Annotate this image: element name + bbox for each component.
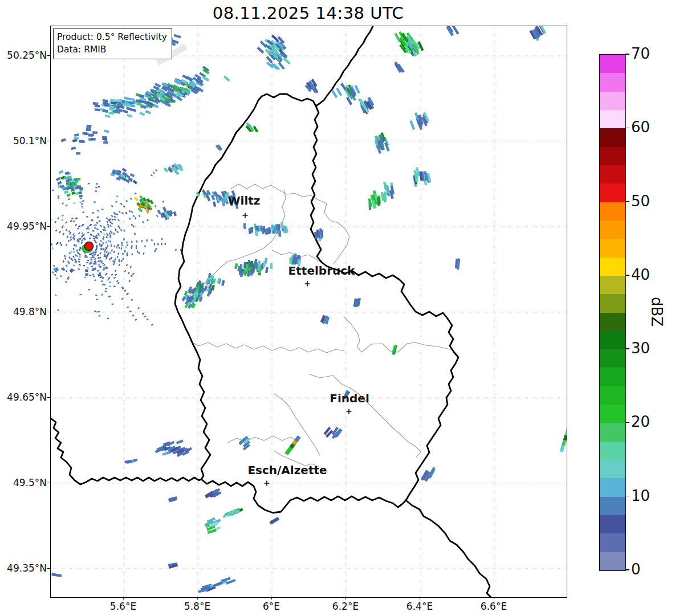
lon-tick-mark — [345, 597, 346, 599]
colorbar-segment — [600, 202, 625, 221]
colorbar-segment — [600, 54, 625, 73]
colorbar-segment — [600, 294, 625, 313]
colorbar-segment — [600, 183, 625, 202]
lon-tick-mark — [271, 597, 272, 599]
radar-map-canvas: WiltzEttelbruckFindelEsch/Alzette — [51, 26, 567, 597]
lon-tick-mark — [420, 597, 420, 599]
lat-tick-mark — [47, 226, 50, 227]
colorbar-segment — [600, 257, 625, 276]
lat-tick-mark — [47, 141, 50, 141]
lon-tick-label: 6.2°E — [332, 601, 359, 612]
data-source-label: Data: RMIB — [57, 43, 167, 56]
page-title: 08.11.2025 14:38 UTC — [50, 3, 566, 23]
colorbar-segment — [600, 423, 625, 442]
colorbar-segment — [600, 128, 625, 147]
colorbar-tick-label: 50 — [631, 193, 650, 210]
colorbar-segment — [600, 165, 625, 183]
lat-tick-label: 49.95°N — [0, 221, 47, 232]
city-marker-icon — [243, 213, 248, 218]
city-marker-icon — [265, 481, 270, 486]
lat-tick-mark — [47, 55, 50, 56]
lon-tick-label: 5.8°E — [184, 601, 210, 612]
colorbar-segment — [600, 275, 625, 294]
district-borders — [183, 184, 457, 467]
radar-app-window: 08.11.2025 14:38 UTC WiltzEttelbruckFind… — [0, 0, 675, 616]
colorbar-tick-mark — [625, 54, 629, 55]
colorbar-tick-label: 40 — [631, 266, 650, 283]
colorbar-tick-label: 30 — [631, 340, 650, 357]
city-marker-icon — [305, 282, 310, 287]
city-marker-icon — [347, 409, 352, 414]
colorbar — [599, 54, 626, 571]
colorbar-segment — [600, 91, 625, 110]
radar-echoes — [51, 26, 567, 593]
colorbar-tick-mark — [625, 128, 629, 129]
lon-tick-label: 6°E — [263, 601, 280, 612]
lat-tick-label: 49.8°N — [0, 306, 47, 317]
colorbar-segment — [600, 220, 625, 239]
colorbar-label: dBZ — [648, 297, 665, 327]
lat-tick-label: 50.1°N — [0, 135, 47, 146]
colorbar-tick-label: 20 — [631, 413, 650, 430]
lon-tick-mark — [123, 597, 124, 599]
colorbar-tick-label: 70 — [631, 45, 650, 62]
colorbar-tick-mark — [625, 422, 629, 423]
radar-map: WiltzEttelbruckFindelEsch/Alzette Produc… — [50, 26, 567, 598]
colorbar-segment — [600, 386, 625, 405]
colorbar-segment — [600, 405, 625, 423]
colorbar-segment — [600, 368, 625, 386]
colorbar-segment — [600, 349, 625, 368]
lat-tick-mark — [47, 483, 50, 483]
colorbar-tick-label: 0 — [631, 561, 641, 578]
gridlines — [51, 26, 567, 597]
colorbar-tick-mark — [625, 496, 629, 497]
city-label: Ettelbruck — [288, 264, 355, 278]
colorbar-segment — [600, 331, 625, 349]
lat-tick-mark — [47, 568, 50, 569]
lat-tick-mark — [47, 397, 50, 398]
colorbar-segment — [600, 239, 625, 258]
colorbar-segment — [600, 496, 625, 515]
lon-tick-mark — [494, 597, 494, 599]
lon-tick-label: 6.6°E — [481, 601, 507, 612]
colorbar-tick-mark — [625, 275, 629, 276]
product-label: Product: 0.5° Reflectivity — [57, 31, 167, 43]
colorbar-segment — [600, 441, 625, 460]
city-label: Findel — [330, 391, 369, 405]
lat-tick-label: 50.25°N — [0, 50, 47, 61]
colorbar-segment — [600, 109, 625, 128]
colorbar-segment — [600, 533, 625, 552]
product-info-box: Product: 0.5° Reflectivity Data: RMIB — [53, 28, 172, 59]
colorbar-segment — [600, 459, 625, 478]
colorbar-segment — [600, 552, 625, 570]
lat-tick-label: 49.5°N — [0, 477, 47, 488]
colorbar-segment — [600, 515, 625, 533]
colorbar-tick-label: 10 — [631, 487, 650, 504]
colorbar-segment — [600, 312, 625, 331]
lat-tick-label: 49.35°N — [0, 562, 47, 574]
lon-tick-label: 6.4°E — [406, 601, 433, 612]
colorbar-segment — [600, 146, 625, 165]
colorbar-tick-label: 60 — [631, 119, 650, 136]
colorbar-segment — [600, 73, 625, 92]
lat-tick-mark — [47, 312, 50, 312]
colorbar-segment — [600, 478, 625, 497]
city-label: Wiltz — [228, 194, 261, 207]
city-label: Esch/Alzette — [247, 463, 327, 477]
lat-tick-label: 49.65°N — [0, 391, 47, 403]
colorbar-tick-mark — [625, 348, 629, 349]
lon-tick-mark — [197, 597, 198, 599]
lon-tick-label: 5.6°E — [110, 601, 136, 612]
colorbar-tick-mark — [625, 201, 629, 202]
radar-site-marker — [82, 242, 93, 254]
colorbar-tick-mark — [625, 569, 629, 570]
